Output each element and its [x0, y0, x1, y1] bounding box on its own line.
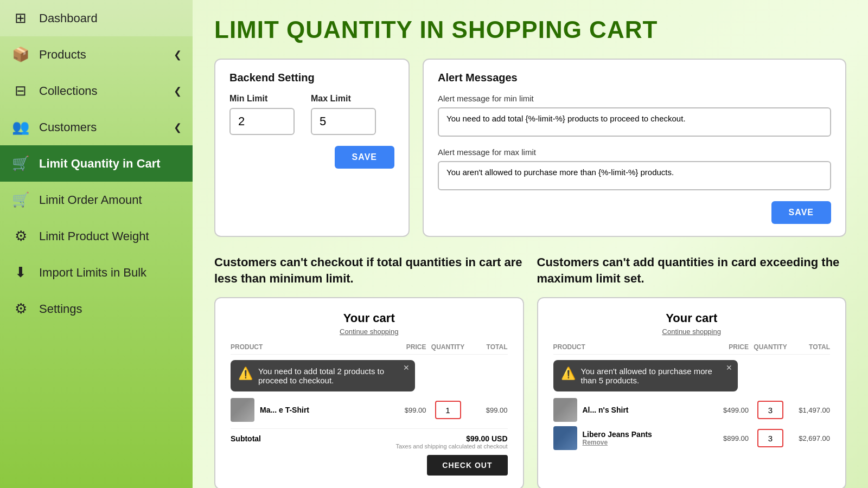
header-price: PRICE	[388, 343, 426, 351]
product-thumbnail	[553, 426, 577, 450]
max-alert-textarea[interactable]: You aren't allowed to purchase more than…	[438, 161, 831, 190]
alerts-save-button[interactable]: SAVE	[771, 201, 831, 224]
cart-previews: Your cart Continue shopping PRODUCT PRIC…	[214, 297, 846, 488]
sidebar-item-products[interactable]: 📦 Products ❮	[0, 36, 193, 73]
collections-icon: ⊟	[11, 82, 30, 99]
qty-input[interactable]: 3	[757, 401, 783, 419]
product-total: $1,497.00	[792, 406, 830, 414]
cart-subtotal-row: Subtotal $99.00 USD	[231, 428, 508, 443]
qty-input[interactable]: 1	[435, 401, 461, 419]
product-name: Libero Jeans Pants	[583, 430, 652, 439]
sidebar-item-label: Limit Order Amount	[39, 193, 142, 207]
limit-order-icon: 🛒	[11, 191, 30, 208]
min-alert-label: Alert message for min limit	[438, 94, 831, 103]
cart-panel-left: Your cart Continue shopping PRODUCT PRIC…	[214, 297, 524, 488]
min-limit-label: Min Limit	[229, 94, 295, 104]
page-title: LIMIT QUANTITY IN SHOPPING CART	[214, 16, 846, 43]
cart-left-toast: ⚠️ You need to add total 2 products to p…	[231, 360, 415, 391]
customers-icon: 👥	[11, 119, 30, 136]
desc-right: Customers can't add quantities in card e…	[537, 254, 847, 286]
cart-left-headers: PRODUCT PRICE QUANTITY TOTAL	[231, 343, 508, 355]
product-price: $499.00	[711, 406, 749, 414]
product-price: $899.00	[711, 434, 749, 442]
alert-messages-panel: Alert Messages Alert message for min lim…	[423, 59, 846, 237]
cart-right-continue[interactable]: Continue shopping	[553, 328, 831, 336]
remove-link[interactable]: Remove	[583, 439, 652, 446]
sidebar-item-limit-quantity[interactable]: 🛒 Limit Quantity in Cart	[0, 145, 193, 182]
product-name: Ma... e T-Shirt	[260, 406, 309, 414]
alert-messages-title: Alert Messages	[438, 72, 831, 84]
product-qty-col: 3	[749, 401, 792, 419]
chevron-icon: ❮	[174, 49, 182, 61]
subtotal-value: $99.00 USD	[466, 434, 507, 443]
sidebar-item-settings[interactable]: ⚙ Settings	[0, 291, 193, 327]
product-thumbnail	[231, 398, 254, 422]
sidebar-item-limit-order[interactable]: 🛒 Limit Order Amount	[0, 182, 193, 218]
cart-right-headers: PRODUCT PRICE QUANTITY TOTAL	[553, 343, 831, 355]
limit-weight-icon: ⚙	[11, 228, 30, 245]
cart-icon: 🛒	[11, 155, 30, 172]
header-total: TOTAL	[470, 343, 508, 351]
chevron-icon: ❮	[174, 85, 182, 97]
sidebar: ⊞ Dashboard 📦 Products ❮ ⊟ Collections ❮…	[0, 0, 193, 488]
product-thumbnail	[553, 398, 577, 422]
min-limit-input[interactable]	[229, 108, 295, 135]
header-total: TOTAL	[792, 343, 830, 351]
cart-right-toast: ⚠️ You aren't allowed to purchase more t…	[553, 360, 738, 391]
header-product: PRODUCT	[553, 343, 711, 351]
header-qty: QUANTITY	[749, 343, 792, 351]
max-limit-label: Max Limit	[311, 94, 376, 104]
min-alert-textarea[interactable]: You need to add total {%-limit-%} produc…	[438, 107, 831, 137]
warning-icon: ⚠️	[561, 367, 576, 381]
max-alert-section: Alert message for max limit You aren't a…	[438, 147, 831, 192]
sidebar-item-limit-weight[interactable]: ⚙ Limit Product Weight	[0, 218, 193, 254]
cart-product-col: Libero Jeans Pants Remove	[553, 426, 711, 450]
close-toast-button[interactable]: ✕	[403, 363, 410, 372]
products-icon: 📦	[11, 46, 30, 63]
close-toast-button[interactable]: ✕	[726, 363, 732, 372]
sidebar-item-label: Limit Product Weight	[39, 229, 149, 243]
sidebar-item-label: Settings	[39, 302, 82, 316]
settings-icon: ⚙	[11, 300, 30, 317]
sidebar-item-label: Dashboard	[39, 11, 98, 25]
header-product: PRODUCT	[231, 343, 388, 351]
sidebar-item-customers[interactable]: 👥 Customers ❮	[0, 109, 193, 145]
header-price: PRICE	[711, 343, 749, 351]
main-content: LIMIT QUANTITY IN SHOPPING CART Backend …	[193, 0, 868, 488]
sidebar-item-dashboard[interactable]: ⊞ Dashboard	[0, 0, 193, 36]
limits-row: Min Limit Max Limit	[229, 94, 394, 135]
qty-input[interactable]: 3	[757, 429, 783, 447]
min-limit-field: Min Limit	[229, 94, 295, 135]
cart-left-continue[interactable]: Continue shopping	[231, 328, 508, 336]
cart-right-row2: Libero Jeans Pants Remove $899.00 3 $2,6…	[553, 426, 831, 450]
cart-left-row1: Ma... e T-Shirt $99.00 1 $99.00	[231, 398, 508, 422]
subtotal-label: Subtotal	[231, 434, 261, 443]
max-alert-label: Alert message for max limit	[438, 147, 831, 157]
cart-product-col: Al... n's Shirt	[553, 398, 711, 422]
cart-panel-right: Your cart Continue shopping PRODUCT PRIC…	[537, 297, 847, 488]
toast-message: You need to add total 2 products to proc…	[258, 367, 405, 385]
cart-right-row1: Al... n's Shirt $499.00 3 $1,497.00	[553, 398, 831, 422]
toast-message: You aren't allowed to purchase more than…	[581, 367, 728, 385]
top-panels: Backend Setting Min Limit Max Limit SAVE…	[214, 59, 846, 237]
sidebar-item-label: Customers	[39, 120, 97, 134]
checkout-button[interactable]: CHECK OUT	[427, 455, 507, 476]
desc-left: Customers can't checkout if total quanti…	[214, 254, 524, 286]
backend-save-button[interactable]: SAVE	[335, 146, 394, 169]
sidebar-item-collections[interactable]: ⊟ Collections ❮	[0, 73, 193, 109]
sidebar-item-label: Products	[39, 48, 86, 62]
sidebar-item-label: Import Limits in Bulk	[39, 266, 146, 280]
sidebar-item-label: Limit Quantity in Cart	[39, 157, 161, 171]
cart-product-col: Ma... e T-Shirt	[231, 398, 388, 422]
product-info: Libero Jeans Pants Remove	[583, 430, 652, 446]
backend-setting-title: Backend Setting	[229, 72, 394, 84]
sidebar-item-import-limits[interactable]: ⬇ Import Limits in Bulk	[0, 254, 193, 291]
sidebar-item-label: Collections	[39, 84, 98, 98]
max-limit-input[interactable]	[311, 108, 376, 135]
cart-right-title: Your cart	[553, 311, 831, 325]
header-qty: QUANTITY	[426, 343, 470, 351]
import-icon: ⬇	[11, 264, 30, 281]
product-name: Al... n's Shirt	[583, 406, 629, 414]
product-qty-col: 1	[426, 401, 470, 419]
product-total: $99.00	[470, 406, 508, 414]
